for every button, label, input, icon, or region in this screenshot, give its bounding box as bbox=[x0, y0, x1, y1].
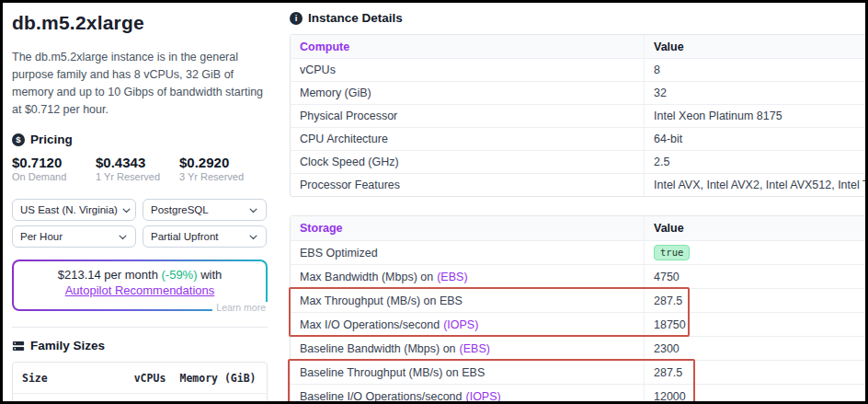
price-value: $0.4343 bbox=[96, 155, 179, 170]
family-sizes-heading: Family Sizes bbox=[12, 339, 268, 352]
value-header: Value bbox=[645, 35, 867, 58]
filter-selects: US East (N. Virginia) PostgreSQL Per Hou… bbox=[12, 199, 268, 248]
table-row: EBS Optimized true bbox=[291, 240, 867, 264]
instance-description: The db.m5.2xlarge instance is in the gen… bbox=[12, 49, 268, 119]
payment-select[interactable]: Partial Upfront bbox=[143, 225, 267, 248]
price-3yr-reserved: $0.2920 3 Yr Reserved bbox=[179, 155, 263, 182]
region-select[interactable]: US East (N. Virginia) bbox=[12, 199, 136, 221]
table-row: Physical Processor Intel Xeon Platinum 8… bbox=[291, 104, 867, 127]
storage-table-header: Storage Value bbox=[291, 216, 867, 240]
learn-more-link[interactable]: Learn more bbox=[212, 302, 269, 313]
row-label: Baseline Throughput (MB/s) on EBS bbox=[291, 361, 645, 384]
table-row: Baseline I/O Operations/second(IOPS) 120… bbox=[291, 384, 867, 404]
price-value: $0.7120 bbox=[12, 155, 96, 170]
price-term: 3 Yr Reserved bbox=[179, 171, 263, 182]
table-row: db.m5.large 2 8.0 bbox=[13, 393, 267, 404]
price-term: 1 Yr Reserved bbox=[96, 171, 179, 182]
row-label: Physical Processor bbox=[291, 105, 645, 127]
rate-select[interactable]: Per Hour bbox=[12, 225, 136, 248]
column-header-size: Size bbox=[22, 372, 121, 385]
table-row: Max Throughput (MB/s) on EBS 287.5 bbox=[291, 288, 867, 312]
family-table-header: Size vCPUs Memory (GiB) bbox=[13, 363, 267, 393]
row-value: Intel Xeon Platinum 8175 bbox=[645, 105, 867, 127]
chevron-down-icon bbox=[248, 205, 258, 215]
row-value: 4750 bbox=[645, 265, 867, 288]
row-label: EBS Optimized bbox=[291, 241, 645, 264]
price-value: $0.2920 bbox=[179, 155, 263, 170]
price-term: On Demand bbox=[12, 171, 96, 182]
row-label: Processor Features bbox=[291, 174, 645, 196]
row-value: 287.5 bbox=[645, 361, 867, 384]
compute-table-header: Compute Value bbox=[291, 35, 867, 58]
column-header-vcpus: vCPUs bbox=[121, 372, 178, 385]
chevron-down-icon bbox=[118, 232, 128, 242]
row-label: CPU Architecture bbox=[291, 128, 645, 150]
instance-details-panel: i Instance Details Compute Value vCPUs 8… bbox=[290, 8, 868, 404]
row-value: Intel AVX, Intel AVX2, Intel AVX512, Int… bbox=[645, 174, 867, 196]
ebs-optimized-badge: true bbox=[654, 245, 690, 261]
chevron-down-icon bbox=[121, 205, 131, 215]
compute-table: Compute Value vCPUs 8 Memory (GiB) 32 Ph… bbox=[290, 34, 868, 197]
row-value: 64-bit bbox=[645, 128, 867, 150]
dollar-icon: $ bbox=[12, 133, 25, 146]
row-value: 2.5 bbox=[645, 151, 867, 173]
section-divider bbox=[12, 327, 268, 328]
column-header-memory: Memory (GiB) bbox=[178, 372, 257, 385]
page-title: db.m5.2xlarge bbox=[12, 12, 268, 34]
row-label: vCPUs bbox=[291, 59, 645, 81]
storage-table: Storage Value EBS Optimized true Max Ban… bbox=[290, 215, 868, 404]
row-label: Max I/O Operations/second bbox=[300, 318, 440, 331]
price-list: $0.7120 On Demand $0.4343 1 Yr Reserved … bbox=[12, 155, 268, 182]
row-value: 12000 bbox=[645, 385, 867, 404]
autopilot-link[interactable]: Autopilot Recommendations bbox=[65, 283, 215, 297]
engine-select[interactable]: PostgreSQL bbox=[143, 199, 267, 221]
table-row: Max Bandwidth (Mbps) on(EBS) 4750 bbox=[291, 264, 867, 288]
row-label: Memory (GiB) bbox=[291, 82, 645, 104]
section-header: Storage bbox=[291, 216, 645, 240]
section-header: Compute bbox=[291, 35, 645, 58]
table-row: vCPUs 8 bbox=[291, 58, 867, 81]
row-value: 8 bbox=[645, 59, 867, 81]
table-row: Memory (GiB) 32 bbox=[291, 81, 867, 104]
table-row: Clock Speed (GHz) 2.5 bbox=[291, 150, 867, 173]
price-1yr-reserved: $0.4343 1 Yr Reserved bbox=[96, 155, 179, 182]
iops-link[interactable]: (IOPS) bbox=[466, 390, 501, 403]
pricing-heading: $ Pricing bbox=[12, 133, 268, 146]
row-label: Max Throughput (MB/s) on EBS bbox=[291, 289, 645, 312]
table-row: Baseline Throughput (MB/s) on EBS 287.5 bbox=[291, 360, 867, 384]
chevron-down-icon bbox=[248, 232, 258, 242]
row-label: Max Bandwidth (Mbps) on bbox=[300, 271, 433, 283]
row-label: Clock Speed (GHz) bbox=[291, 151, 645, 173]
table-row: Baseline Bandwidth (Mbps) on(EBS) 2300 bbox=[291, 336, 867, 360]
autopilot-text: $213.14 per month (-59%) with bbox=[19, 268, 260, 282]
table-row: Max I/O Operations/second(IOPS) 18750 bbox=[291, 312, 867, 336]
row-value: 18750 bbox=[645, 313, 867, 336]
table-row: Processor Features Intel AVX, Intel AVX2… bbox=[291, 173, 867, 196]
row-value: 32 bbox=[645, 82, 867, 104]
ebs-link[interactable]: (EBS) bbox=[460, 342, 490, 355]
ebs-link[interactable]: (EBS) bbox=[437, 271, 467, 283]
family-sizes-table: Size vCPUs Memory (GiB) db.m5.large 2 8.… bbox=[12, 362, 268, 404]
instance-detail-page: db.m5.2xlarge The db.m5.2xlarge instance… bbox=[0, 0, 868, 404]
info-icon: i bbox=[290, 12, 303, 25]
autopilot-banner: $213.14 per month (-59%) with Autopilot … bbox=[12, 260, 268, 311]
price-on-demand: $0.7120 On Demand bbox=[12, 155, 96, 182]
row-value: 2300 bbox=[645, 337, 867, 360]
row-label: Baseline Bandwidth (Mbps) on bbox=[300, 342, 456, 355]
value-header: Value bbox=[645, 216, 867, 240]
table-row: CPU Architecture 64-bit bbox=[291, 127, 867, 150]
iops-link[interactable]: (IOPS) bbox=[443, 318, 478, 331]
discount-badge: (-59%) bbox=[162, 268, 198, 282]
row-value: 287.5 bbox=[645, 289, 867, 312]
left-panel: db.m5.2xlarge The db.m5.2xlarge instance… bbox=[12, 8, 268, 404]
row-label: Baseline I/O Operations/second bbox=[300, 390, 463, 403]
server-stack-icon bbox=[12, 340, 25, 352]
instance-details-heading: i Instance Details bbox=[290, 11, 868, 25]
